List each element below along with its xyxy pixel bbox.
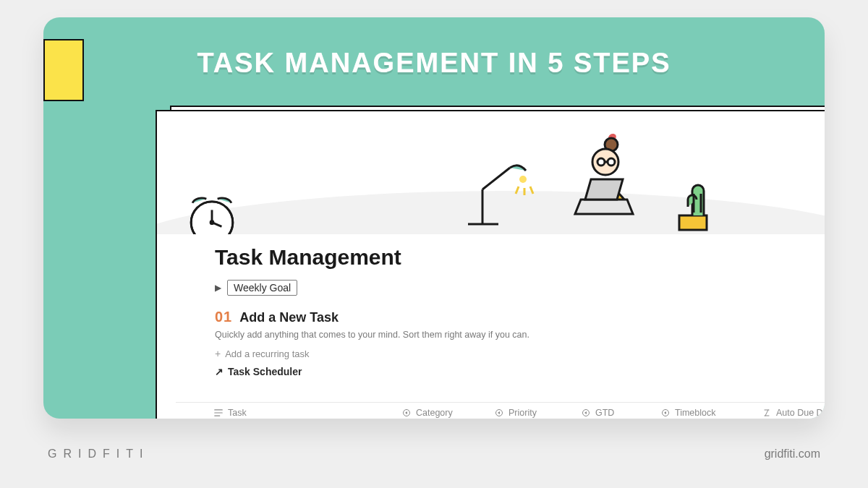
add-recurring-task[interactable]: + Add a recurring task [215,348,310,359]
step-number: 01 [215,309,232,325]
arrow-upright-icon: ↗ [215,366,224,377]
select-property-icon [494,408,504,418]
cover-illustration [157,111,825,234]
col-task[interactable]: Task [213,408,401,418]
select-property-icon [660,408,671,418]
svg-point-11 [608,158,615,166]
task-scheduler-link[interactable]: ↗ Task Scheduler [215,366,302,377]
page-title: Task Management [215,245,825,270]
col-task-label: Task [228,408,247,418]
card-headline: TASK MANAGEMENT IN 5 STEPS [43,48,825,79]
brand-url: gridfiti.com [765,448,820,461]
table-header: Task Category Priority [176,402,825,419]
page-body: Task Management ▶ Weekly Goal 01 Add a N… [215,245,825,385]
svg-point-6 [210,221,213,224]
text-property-icon [213,408,224,418]
promo-card: TASK MANAGEMENT IN 5 STEPS [43,17,825,419]
person-illustration [548,130,663,234]
svg-point-10 [597,158,605,166]
add-recurring-label: Add a recurring task [225,348,309,359]
col-auto-due[interactable]: Auto Due Date [762,408,825,418]
col-category[interactable]: Category [401,408,494,418]
step-title: Add a New Task [239,310,339,325]
col-gtd-label: GTD [595,408,614,418]
formula-property-icon [762,408,772,418]
col-auto-due-label: Auto Due Date [776,408,825,418]
caret-right-icon: ▶ [215,283,221,293]
plus-icon: + [215,348,221,359]
desk-lamp-icon [454,139,540,234]
weekly-goal-toggle[interactable]: ▶ Weekly Goal [215,280,297,296]
svg-rect-13 [679,215,707,230]
weekly-goal-label: Weekly Goal [227,280,297,296]
notion-page: Task Management ▶ Weekly Goal 01 Add a N… [156,110,825,419]
col-gtd[interactable]: GTD [581,408,660,418]
alarm-clock-icon [177,182,247,234]
stage: TASK MANAGEMENT IN 5 STEPS [0,0,868,488]
col-category-label: Category [416,408,453,418]
col-timeblock-label: Timeblock [675,408,716,418]
col-priority-label: Priority [509,408,537,418]
step-description: Quickly add anything that comes to your … [215,330,825,340]
select-property-icon [581,408,591,418]
svg-point-7 [519,176,527,183]
select-property-icon [401,408,412,418]
task-scheduler-label: Task Scheduler [228,366,302,377]
brand-wordmark: GRIDFITI [48,448,149,461]
cactus-icon [668,178,718,234]
col-timeblock[interactable]: Timeblock [660,408,762,418]
step-heading: 01 Add a New Task [215,309,825,325]
col-priority[interactable]: Priority [494,408,581,418]
